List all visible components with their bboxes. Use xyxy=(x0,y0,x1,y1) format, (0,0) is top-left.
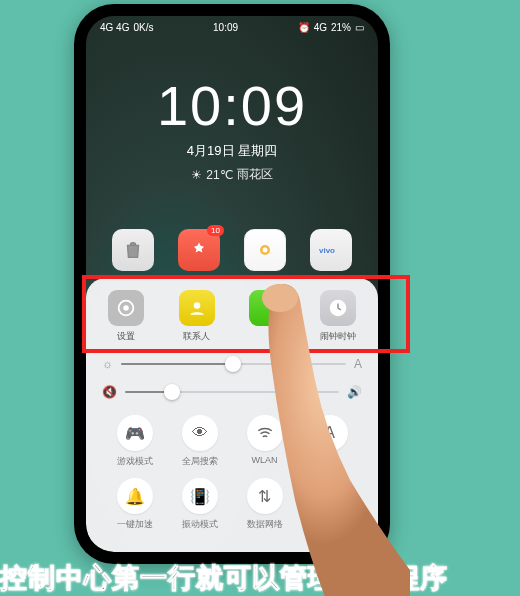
screenshot-icon: ✂ xyxy=(312,478,348,514)
wifi-icon xyxy=(247,415,283,451)
home-app-row: 10 vivo xyxy=(86,229,378,271)
app-icon xyxy=(249,290,285,326)
battery-percent: 21% xyxy=(331,22,351,33)
toggle-game-mode[interactable]: 🎮 游戏模式 xyxy=(102,415,167,468)
volume-slider[interactable]: 🔇 🔊 xyxy=(102,385,362,399)
toggle-label: 振动模式 xyxy=(182,518,218,531)
lock-clock: 10:09 4月19日 星期四 ☀ 21℃ 雨花区 xyxy=(86,73,378,183)
font-icon: A xyxy=(312,415,348,451)
recent-app-clock[interactable]: 闹钟时钟 xyxy=(320,290,356,343)
recent-label: 设置 xyxy=(117,330,135,343)
status-bar: 4G 4G 0K/s 10:09 ⏰ 4G 21% ▭ xyxy=(86,16,378,33)
battery-icon: ▭ xyxy=(355,22,364,33)
toggle-label: 超级截屏 xyxy=(312,518,348,531)
network-speed: 0K/s xyxy=(133,22,153,33)
recent-label: 闹钟时钟 xyxy=(320,330,356,343)
signal-indicator: 4G 4G xyxy=(100,22,129,33)
weather-line: ☀ 21℃ 雨花区 xyxy=(86,166,378,183)
gear-icon xyxy=(108,290,144,326)
svg-text:vivo: vivo xyxy=(319,246,335,255)
brightness-thumb[interactable] xyxy=(225,356,241,372)
weather-location: 雨花区 xyxy=(237,166,273,183)
toggle-label: 数据网络 xyxy=(247,518,283,531)
toggle-label: 游戏模式 xyxy=(117,455,153,468)
toggle-boost[interactable]: 🔔 一键加速 xyxy=(102,478,167,531)
toggle-screenshot[interactable]: ✂ 超级截屏 xyxy=(297,478,362,531)
contacts-icon xyxy=(179,290,215,326)
toggle-grid: 🎮 游戏模式 👁 全局搜索 WLAN A xyxy=(102,415,362,531)
recent-app-contacts[interactable]: 联系人 xyxy=(179,290,215,343)
volume-thumb[interactable] xyxy=(164,384,180,400)
toggle-label: 一键加速 xyxy=(117,518,153,531)
screen: 4G 4G 0K/s 10:09 ⏰ 4G 21% ▭ 10:09 4月19日 … xyxy=(86,16,378,552)
svg-point-5 xyxy=(193,302,200,309)
toggle-global-search[interactable]: 👁 全局搜索 xyxy=(167,415,232,468)
volume-low-icon: 🔇 xyxy=(102,385,117,399)
toggle-label: 全局搜索 xyxy=(182,455,218,468)
alarm-icon: ⏰ xyxy=(298,22,310,33)
recent-apps-row: 设置 联系人 闹钟时钟 xyxy=(102,290,362,343)
weather-icon: ☀ xyxy=(191,168,202,182)
app-vivo-icon[interactable]: vivo xyxy=(310,229,352,271)
status-time: 10:09 xyxy=(213,22,238,33)
recent-app-settings[interactable]: 设置 xyxy=(108,290,144,343)
clock-time: 10:09 xyxy=(86,73,378,138)
gamepad-icon: 🎮 xyxy=(117,415,153,451)
bell-icon: 🔔 xyxy=(117,478,153,514)
toggle-font[interactable]: A xyxy=(297,415,362,468)
toggle-vibrate[interactable]: 📳 振动模式 xyxy=(167,478,232,531)
volume-high-icon: 🔊 xyxy=(347,385,362,399)
video-caption: 控制中心第一行就可以管理后台程序 xyxy=(0,560,520,596)
app-imanager-icon[interactable]: 10 xyxy=(178,229,220,271)
brightness-low-icon: ☼ xyxy=(102,357,113,371)
toggle-wlan[interactable]: WLAN xyxy=(232,415,297,468)
toggle-label: WLAN xyxy=(251,455,277,465)
eye-icon: 👁 xyxy=(182,415,218,451)
weather-temp: 21℃ xyxy=(206,168,232,182)
volume-track[interactable] xyxy=(125,391,339,393)
svg-point-4 xyxy=(123,305,129,311)
data-icon: ⇅ xyxy=(247,478,283,514)
app-store-icon[interactable] xyxy=(112,229,154,271)
vibrate-icon: 📳 xyxy=(182,478,218,514)
control-center-panel[interactable]: 设置 联系人 闹钟时钟 xyxy=(86,278,378,552)
notification-badge: 10 xyxy=(207,225,224,236)
app-gallery-icon[interactable] xyxy=(244,229,286,271)
auto-brightness-icon: A xyxy=(354,357,362,371)
recent-app-3[interactable] xyxy=(249,290,285,343)
recent-label: 联系人 xyxy=(183,330,210,343)
toggle-data[interactable]: ⇅ 数据网络 xyxy=(232,478,297,531)
clock-icon xyxy=(320,290,356,326)
network-type: 4G xyxy=(314,22,327,33)
clock-date: 4月19日 星期四 xyxy=(86,142,378,160)
svg-point-1 xyxy=(263,248,268,253)
phone-frame: 4G 4G 0K/s 10:09 ⏰ 4G 21% ▭ 10:09 4月19日 … xyxy=(74,4,390,564)
brightness-slider[interactable]: ☼ A xyxy=(102,357,362,371)
brightness-track[interactable] xyxy=(121,363,346,365)
